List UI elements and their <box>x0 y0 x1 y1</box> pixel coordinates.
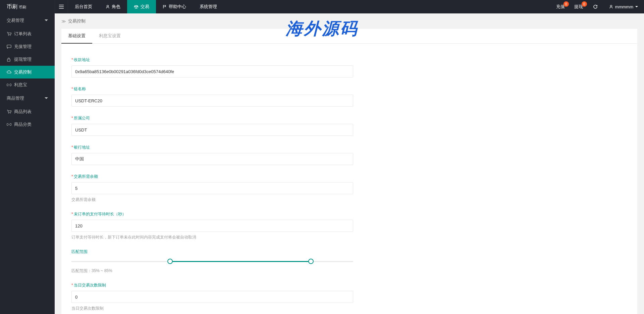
sidebar-item-label: 交易控制 <box>14 69 32 75</box>
label-balance: *交易所需余额 <box>71 174 353 179</box>
header-right: 充值 0 提现 0 mmmmm <box>551 0 644 13</box>
label-chain: *链名称 <box>71 86 353 92</box>
nav-help[interactable]: 帮助中心 <box>156 0 193 13</box>
main: ≫ 交易控制 海外源码 基础设置 利息宝设置 *收款地址 *链名称 *所属公司 … <box>55 13 644 314</box>
label-wait: *未订单的支付等待时长（秒） <box>71 211 353 217</box>
nav-label: 角色 <box>112 4 120 10</box>
nav-role[interactable]: 角色 <box>99 0 127 13</box>
form-area: *收款地址 *链名称 *所属公司 *银行地址 *交易所需余额 交易所需余额 <box>61 44 637 314</box>
card: 基础设置 利息宝设置 *收款地址 *链名称 *所属公司 *银行地址 *交易所需余… <box>61 29 637 314</box>
sidebar-item-label: 利息宝 <box>14 82 27 88</box>
input-company[interactable] <box>71 124 353 136</box>
flag-icon <box>163 5 167 9</box>
range-slider[interactable] <box>71 259 353 265</box>
nav-label: 帮助中心 <box>169 4 186 10</box>
breadcrumb-text: 交易控制 <box>68 18 86 24</box>
chevron-down-icon <box>45 19 48 21</box>
withdraw-button[interactable]: 提现 0 <box>570 0 588 13</box>
sidebar-item-label: 商品分类 <box>14 121 32 127</box>
input-bank[interactable] <box>71 153 353 165</box>
hint-daily: 当日交易次数限制 <box>71 306 353 311</box>
chevron-down-icon <box>45 97 48 99</box>
nav-label: 交易 <box>141 4 149 10</box>
svg-point-1 <box>610 5 612 7</box>
tab-interest[interactable]: 利息宝设置 <box>92 29 127 43</box>
svg-point-2 <box>8 35 9 36</box>
input-daily[interactable] <box>71 291 353 303</box>
breadcrumb-icon: ≫ <box>61 19 66 24</box>
cloud-icon <box>7 70 11 74</box>
nav-home[interactable]: 后台首页 <box>68 0 99 13</box>
menu-group-label: 商品管理 <box>7 95 24 101</box>
sidebar-item-withdraw[interactable]: 提现管理 <box>0 53 55 66</box>
sidebar-item-recharge[interactable]: 充值管理 <box>0 40 55 53</box>
slider-fill <box>170 261 311 262</box>
tab-basic[interactable]: 基础设置 <box>61 29 92 44</box>
cart-icon <box>7 32 11 36</box>
user-name: mmmmm <box>615 4 633 9</box>
sidebar-item-label: 订单列表 <box>14 31 32 37</box>
sidebar-toggle[interactable] <box>55 0 68 13</box>
label-address: *收款地址 <box>71 57 353 63</box>
logo-sub: 币刷 <box>19 5 26 10</box>
field-range: 匹配范围 匹配范围：35% ~ 85% <box>71 249 353 274</box>
tab-header: 基础设置 利息宝设置 <box>61 29 637 44</box>
user-icon <box>106 5 110 9</box>
menu-group-label: 交易管理 <box>7 17 24 23</box>
nav-label: 后台首页 <box>75 4 92 10</box>
recharge-badge: 0 <box>564 1 569 7</box>
user-icon <box>609 5 613 9</box>
label-daily: *当日交易次数限制 <box>71 282 353 288</box>
nav-system[interactable]: 系统管理 <box>193 0 224 13</box>
recharge-button[interactable]: 充值 0 <box>551 0 570 13</box>
field-bank: *银行地址 <box>71 145 353 165</box>
field-balance: *交易所需余额 交易所需余额 <box>71 174 353 203</box>
slider-handle-low[interactable] <box>167 259 173 264</box>
input-address[interactable] <box>71 65 353 77</box>
input-wait[interactable] <box>71 220 353 232</box>
nav-tabs: 后台首页 角色 交易 帮助中心 系统管理 <box>68 0 224 13</box>
link-icon <box>7 123 11 126</box>
sidebar-item-label: 提现管理 <box>14 56 32 62</box>
field-chain: *链名称 <box>71 86 353 107</box>
field-company: *所属公司 <box>71 115 353 136</box>
sidebar: 交易管理 订单列表 充值管理 提现管理 交易控制 利息宝 商品管理 商品列表 商… <box>0 13 55 314</box>
menu-group-product[interactable]: 商品管理 <box>0 91 55 105</box>
field-wait: *未订单的支付等待时长（秒） 订单支付等待时长，新下订单未在此时间内容完成支付将… <box>71 211 353 240</box>
nav-label: 系统管理 <box>200 4 217 10</box>
sidebar-item-label: 充值管理 <box>14 44 32 50</box>
svg-rect-4 <box>7 45 11 48</box>
label-bank: *银行地址 <box>71 145 353 150</box>
sidebar-item-categories[interactable]: 商品分类 <box>0 118 55 131</box>
sidebar-item-interest[interactable]: 利息宝 <box>0 78 55 91</box>
input-balance[interactable] <box>71 182 353 194</box>
svg-point-3 <box>10 35 11 36</box>
hint-balance: 交易所需余额 <box>71 197 353 203</box>
cart-icon <box>7 110 11 114</box>
svg-rect-5 <box>7 59 10 61</box>
chevron-down-icon <box>635 6 638 8</box>
user-menu[interactable]: mmmmm <box>603 4 644 9</box>
sidebar-item-products[interactable]: 商品列表 <box>0 105 55 118</box>
input-chain[interactable] <box>71 95 353 107</box>
link-icon <box>7 84 11 86</box>
menu-icon <box>59 5 64 9</box>
logo: 币刷 币刷 <box>0 3 55 10</box>
menu-group-trade[interactable]: 交易管理 <box>0 13 55 28</box>
header: 币刷 币刷 后台首页 角色 交易 帮助中心 系统管理 充值 0 提现 0 <box>0 0 644 13</box>
withdraw-badge: 0 <box>582 1 587 7</box>
logo-main: 币刷 <box>7 3 17 10</box>
sidebar-item-trade-control[interactable]: 交易控制 <box>0 66 55 78</box>
breadcrumb: ≫ 交易控制 <box>55 13 644 29</box>
svg-point-0 <box>107 5 109 7</box>
nav-trade[interactable]: 交易 <box>127 0 156 13</box>
label-company: *所属公司 <box>71 115 353 121</box>
field-daily: *当日交易次数限制 当日交易次数限制 <box>71 282 353 311</box>
label-range: 匹配范围 <box>71 249 353 255</box>
scale-icon <box>134 5 139 9</box>
refresh-button[interactable] <box>588 0 603 13</box>
message-icon <box>7 45 11 49</box>
hint-wait: 订单支付等待时长，新下订单未在此时间内容完成支付将会被自动取消 <box>71 234 353 240</box>
slider-handle-high[interactable] <box>308 259 314 264</box>
sidebar-item-orders[interactable]: 订单列表 <box>0 28 55 40</box>
